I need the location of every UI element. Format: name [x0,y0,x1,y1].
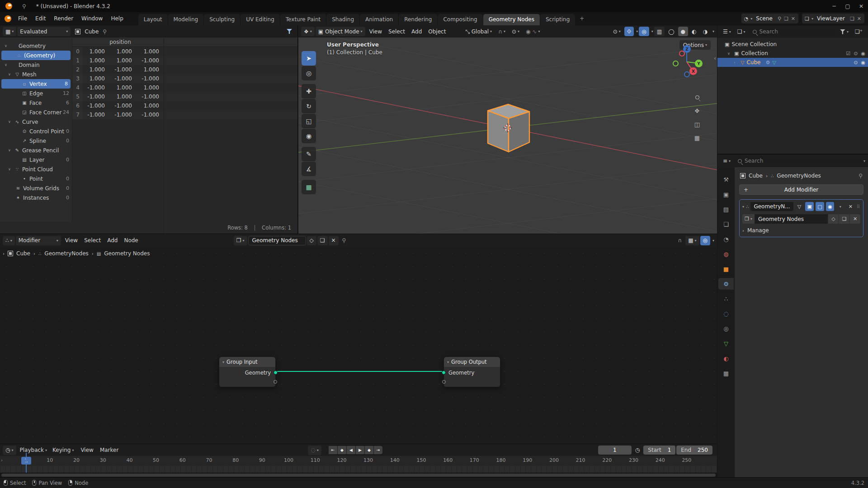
pivot-point-dropdown[interactable]: ⊙▾ [509,27,522,36]
node-tree-name-field[interactable]: Geometry Nodes [248,236,306,245]
scene-selector[interactable]: ◔▾ Scene ⚲ ❏ ✕ [741,14,798,23]
editor-type-timeline-icon[interactable]: ◷▾ [3,446,16,455]
spreadsheet-sidebar-item[interactable]: ∨ ∵ Point Cloud [0,164,72,174]
workspace-tab[interactable]: Animation [360,14,398,25]
properties-tab-view-layer[interactable]: ❏ [718,218,734,230]
table-row[interactable]: 3 1.000 -1.000 -1.000 [72,74,297,83]
node-canvas[interactable]: › Cube › ∴ GeometryNodes › ▤ Geometry No… [0,247,717,444]
playhead-line[interactable] [26,453,27,473]
expand-arrow-icon[interactable]: › [3,251,5,256]
table-row[interactable]: 4 -1.000 1.000 1.000 [72,83,297,92]
properties-tab-world[interactable]: ◍ [718,248,734,260]
node-overlays-dropdown[interactable]: ▾ [712,239,714,243]
workspace-tab[interactable]: UV Editing [241,14,280,25]
workspace-tab[interactable]: Scripting [540,14,575,25]
spreadsheet-sidebar-item[interactable]: ∨ ▽ Mesh [0,70,72,79]
properties-tab-render[interactable]: ▣ [718,188,734,200]
playback-button[interactable]: ◀ [347,446,355,454]
snap-magnet-icon[interactable]: ∩▾ [495,27,508,36]
viewport-menu-item[interactable]: View [366,28,385,35]
properties-tab-texture[interactable]: ▦ [718,367,734,379]
shading-rendered-button[interactable]: ◑ [700,27,710,36]
spreadsheet-sidebar-item[interactable]: ∨ Geometry [0,41,72,51]
breadcrumb-tree[interactable]: Geometry Nodes [104,250,150,257]
spreadsheet-sidebar-item[interactable]: ⊙ Control Point 0 [0,127,72,136]
editor-type-outliner-icon[interactable]: ☰▾ [720,27,734,37]
maximize-button[interactable]: ▢ [841,3,854,9]
viewport-tool-button-tweak-select[interactable]: ➤ [302,51,316,66]
playback-button[interactable]: ◆ [365,446,373,454]
shading-dropdown[interactable]: ▾ [712,29,714,33]
group-input-node[interactable]: ▾Group Input Geometry [219,357,276,387]
timeline-dropdown[interactable]: Keying▾ [50,446,76,455]
copy-icon[interactable]: ❏ [839,214,849,224]
geometry-output-socket[interactable] [274,371,278,375]
viewport-tool-button-move[interactable]: ✚ [302,84,316,99]
shading-solid-button[interactable]: ● [678,27,688,36]
properties-tab-material[interactable]: ◐ [718,352,734,364]
viewlayer-copy-icon[interactable]: ❏ [849,16,856,22]
spreadsheet-sidebar-item-geometry-dataset[interactable]: ∴ (Geometry) [1,51,71,60]
breadcrumb-modifier[interactable]: GeometryNodes [44,250,88,257]
spreadsheet-sidebar-item[interactable]: ∨ ✎ Grease Pencil [0,145,72,155]
node-editor-menu-item[interactable]: View [62,237,81,244]
axis-neg-z-ball[interactable] [684,71,690,77]
table-row[interactable]: 5 -1.000 1.000 -1.000 [72,92,297,101]
viewlayer-remove-icon[interactable]: ✕ [856,16,863,22]
render-display-toggle[interactable]: ◉ [826,202,835,211]
outliner-row-scene-collection[interactable]: ▣ Scene Collection [717,40,868,49]
scene-name[interactable]: Scene [752,15,776,22]
workspace-tab[interactable]: Compositing [438,14,482,25]
expand-chevron-icon[interactable]: › [734,61,738,65]
menu-item[interactable]: Window [77,12,107,25]
workspace-tab[interactable]: Shading [326,14,359,25]
viewport-canvas[interactable] [298,38,717,234]
workspace-tab[interactable]: Layout [138,14,168,25]
scene-pin-icon[interactable]: ⚲ [776,16,783,22]
spreadsheet-sidebar-item[interactable]: ◲ Face Corner 24 [0,108,72,117]
node-overlays-toggle[interactable]: ◎ [700,236,710,245]
properties-tab-object[interactable]: ■ [718,263,734,275]
pan-hand-icon[interactable]: ✥ [692,106,702,116]
spreadsheet-sidebar-item[interactable]: ▫ Vertex 8 [1,79,71,89]
geometry-nodes-badge-icon[interactable]: ▽ [772,60,776,66]
shading-wireframe-button[interactable]: ◯ [665,27,677,36]
node-editor-menu-item[interactable]: Add [104,237,121,244]
table-row[interactable]: 7 -1.000 -1.000 -1.000 [72,110,297,119]
extension-socket[interactable] [442,380,446,384]
tree-datablock-icon[interactable]: ❐▾ [742,214,755,224]
timeline-menu-item[interactable]: Marker [97,447,122,453]
scene-copy-icon[interactable]: ❏ [783,16,790,22]
table-row[interactable]: 0 1.000 1.000 1.000 [72,47,297,56]
properties-options-dropdown[interactable]: ▾ [863,159,865,163]
proportional-editing-icon[interactable]: ◉ ∿▾ [523,27,542,36]
table-row[interactable]: 6 -1.000 -1.000 1.000 [72,101,297,110]
axis-y-ball[interactable]: Y [695,60,703,67]
editor-type-properties-icon[interactable]: ≡▾ [720,156,733,166]
spreadsheet-pin-icon[interactable]: ⚲ [103,28,107,35]
axis-x-ball[interactable]: X [689,67,697,75]
geometry-input-socket[interactable] [442,371,446,375]
node-snap-target-dropdown[interactable]: ▦▾ [685,236,699,245]
disable-render-camera-icon[interactable]: ◉ [861,51,865,56]
gizmos-toggle[interactable]: ⟐ [624,27,634,36]
visibility-dropdown[interactable]: ⊙▾ [610,27,623,36]
properties-search-input[interactable]: Search [734,156,861,165]
viewlayer-selector[interactable]: ❏▾ ViewLayer ❏ ✕ [802,14,864,23]
spreadsheet-sidebar-item[interactable]: • Point 0 [0,174,72,183]
spreadsheet-sidebar-item[interactable]: ∨ ∿ Curve [0,117,72,127]
properties-tab-scene[interactable]: ◔ [718,233,734,245]
add-modifier-button[interactable]: + Add Modifier [739,184,863,195]
menu-item[interactable]: Render [50,12,77,25]
mode-dropdown[interactable]: ▣ Object Mode▾ [316,27,365,36]
editor-type-node-icon[interactable]: ∴▾ [3,236,15,245]
navigation-gizmo[interactable]: Z Y X [669,43,704,79]
current-frame-field[interactable]: 1 [598,446,632,455]
properties-pin-icon[interactable]: ⚲ [859,173,863,179]
spreadsheet-sidebar-item[interactable]: ≋ Volume Grids 0 [0,183,72,193]
spreadsheet-sidebar-item[interactable]: ▤ Layer 0 [0,155,72,164]
fake-user-shield-icon[interactable]: ◇ [828,214,839,224]
modifier-extras-dropdown[interactable]: ▾ [836,202,844,211]
overlays-dropdown[interactable]: ▾ [651,29,653,33]
unlink-icon[interactable]: ✕ [850,214,860,224]
